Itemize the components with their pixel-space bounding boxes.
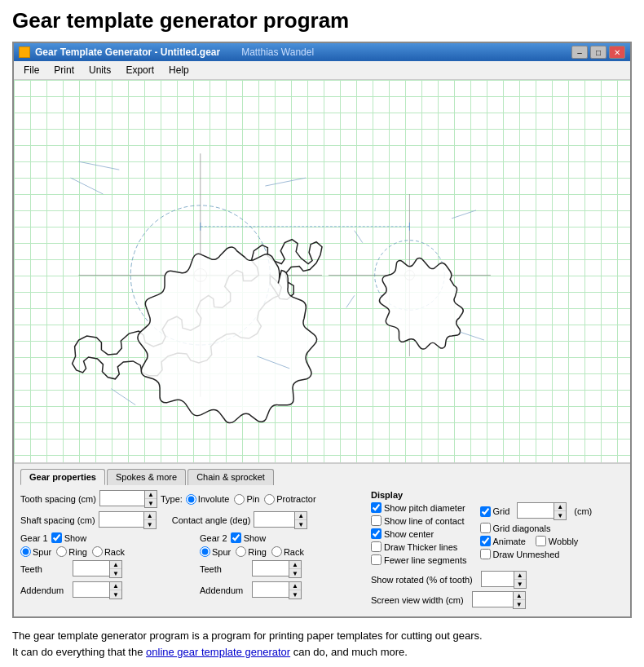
gear2-spur[interactable]: Spur (200, 546, 231, 557)
gear1-addendum-up[interactable]: ▲ (110, 582, 121, 590)
draw-thicker-row: Draw Thicker lines (371, 541, 467, 552)
gear1-spur[interactable]: Spur (20, 546, 51, 557)
description-text: The gear template generator program is a… (12, 629, 483, 642)
window-controls: – □ ✕ (571, 46, 625, 59)
type-involute[interactable]: Involute (186, 494, 230, 505)
draw-unmeshed-row: Draw Unmeshed (480, 549, 593, 559)
contact-angle-up[interactable]: ▲ (295, 512, 307, 520)
gear2-rack[interactable]: Rack (271, 546, 304, 557)
gear1-teeth-row: Teeth 18 ▲ ▼ (20, 560, 183, 578)
contact-angle-input[interactable]: 20.00 (254, 511, 294, 528)
gear1-teeth-up[interactable]: ▲ (110, 561, 121, 569)
rotated-down[interactable]: ▼ (514, 580, 526, 588)
screen-view-input[interactable]: 18.0 (472, 591, 513, 607)
page-description: The gear template generator program is a… (12, 628, 632, 667)
gear2-addendum-up[interactable]: ▲ (289, 582, 301, 590)
contact-angle-spinbox: 20.00 ▲ ▼ (254, 511, 307, 529)
grid-down[interactable]: ▼ (554, 511, 566, 519)
minimize-button[interactable]: – (571, 46, 588, 59)
fewer-segments-checkbox[interactable]: Fewer line segments (371, 554, 467, 565)
gear1-addendum-down[interactable]: ▼ (110, 590, 121, 599)
grid-checkbox[interactable]: Grid (480, 506, 510, 517)
tab-bar: Gear properties Spokes & more Chain & sp… (20, 469, 624, 485)
draw-thicker-checkbox[interactable]: Draw Thicker lines (371, 541, 457, 552)
show-center-row: Show center (371, 528, 467, 539)
gear2-ring-label: Ring (248, 547, 267, 557)
svg-line-18 (355, 231, 363, 243)
show-center-label: Show center (384, 529, 434, 539)
display-section-title: Display (371, 490, 624, 500)
wobbly-checkbox[interactable]: Wobbly (536, 536, 578, 546)
gear1-teeth-label: Teeth (20, 564, 69, 574)
gear2-type-group: Spur Ring Rack (200, 546, 304, 557)
grid-diagonals-checkbox[interactable]: Grid diagonals (480, 523, 551, 533)
gear2-teeth-row: Teeth 9 ▲ ▼ (200, 560, 363, 578)
gear2-spur-label: Spur (212, 547, 231, 557)
pin-label: Pin (246, 494, 259, 504)
gear1-ring[interactable]: Ring (56, 546, 87, 557)
menu-units[interactable]: Units (82, 63, 117, 77)
grid-up[interactable]: ▲ (554, 503, 566, 511)
tab-gear-properties[interactable]: Gear properties (20, 469, 105, 485)
screen-view-down[interactable]: ▼ (514, 600, 525, 608)
gear2-addendum-label: Addendum (200, 585, 249, 595)
screen-view-up[interactable]: ▲ (514, 592, 525, 600)
grid-diagonals-row: Grid diagonals (480, 523, 593, 533)
gear1-rack[interactable]: Rack (92, 546, 125, 557)
gear2-teeth-input[interactable]: 9 (252, 560, 289, 576)
contact-angle-down[interactable]: ▼ (295, 520, 307, 528)
online-generator-link[interactable]: online gear template generator (146, 646, 290, 658)
tooth-spacing-down[interactable]: ▼ (145, 499, 157, 507)
shaft-spacing-input[interactable]: 6.446 (99, 511, 143, 528)
animate-checkbox[interactable]: Animate (480, 536, 526, 546)
shaft-spacing-down[interactable]: ▼ (144, 520, 156, 528)
tooth-spacing-up[interactable]: ▲ (145, 491, 157, 499)
titlebar: Gear Template Generator - Untitled.gear … (14, 43, 630, 61)
tooth-spacing-input[interactable]: 1.500 (99, 490, 144, 506)
window-title: Gear Template Generator - Untitled.gear (35, 46, 220, 58)
tab-chain-sprocket[interactable]: Chain & sprocket (187, 469, 274, 485)
tab-spokes-more[interactable]: Spokes & more (107, 469, 186, 485)
draw-unmeshed-checkbox[interactable]: Draw Unmeshed (480, 549, 560, 559)
gear1-teeth-input[interactable]: 18 (73, 560, 109, 576)
gear2-addendum-down[interactable]: ▼ (289, 590, 301, 599)
maximize-button[interactable]: □ (590, 46, 607, 59)
type-protractor[interactable]: Protractor (264, 494, 315, 505)
gear1-show-checkbox[interactable]: Show (51, 532, 87, 543)
gear1-teeth-spinbox: 18 ▲ ▼ (73, 560, 122, 578)
gear1-addendum-label: Addendum (20, 585, 69, 595)
gear2-show-row: Gear 2 Show (200, 532, 363, 543)
screen-view-spinbox: 18.0 ▲ ▼ (472, 591, 526, 609)
gear2-show-checkbox[interactable]: Show (231, 532, 267, 543)
gear1-type-row: Spur Ring Rack (20, 546, 183, 557)
svg-line-12 (79, 161, 120, 170)
svg-line-11 (71, 178, 104, 194)
menu-export[interactable]: Export (119, 63, 161, 77)
rotated-up[interactable]: ▲ (514, 572, 526, 580)
show-rotated-input[interactable]: 0 (481, 571, 514, 587)
involute-label: Involute (198, 494, 230, 504)
show-center-checkbox[interactable]: Show center (371, 528, 434, 539)
show-contact-label: Show line of contact (384, 516, 464, 526)
close-button[interactable]: ✕ (609, 46, 625, 59)
gear2-label: Gear 2 (200, 533, 227, 543)
gear2-teeth-down[interactable]: ▼ (289, 569, 301, 577)
gear1-show-label: Show (64, 533, 87, 543)
menu-help[interactable]: Help (162, 63, 196, 77)
grid-value-input[interactable]: 1.000 (517, 502, 554, 519)
gear2-teeth-up[interactable]: ▲ (289, 561, 301, 569)
gear1-addendum-input[interactable]: 0.250 (73, 581, 109, 598)
grid-diagonals-label: Grid diagonals (493, 523, 551, 533)
gear2-addendum-input[interactable]: 0.250 (252, 581, 289, 598)
show-contact-checkbox[interactable]: Show line of contact (371, 515, 464, 526)
shaft-spacing-up[interactable]: ▲ (144, 512, 156, 520)
gear2-ring[interactable]: Ring (236, 546, 267, 557)
show-pitch-checkbox[interactable]: Show pitch diameter (371, 502, 465, 513)
menu-file[interactable]: File (17, 63, 46, 77)
type-pin[interactable]: Pin (234, 494, 259, 505)
gear-display (14, 80, 630, 462)
gear1-teeth-down[interactable]: ▼ (110, 569, 121, 577)
draw-unmeshed-label: Draw Unmeshed (493, 550, 560, 559)
menu-print[interactable]: Print (47, 63, 81, 77)
display-left-col: Show pitch diameter Show line of contact… (371, 502, 467, 568)
